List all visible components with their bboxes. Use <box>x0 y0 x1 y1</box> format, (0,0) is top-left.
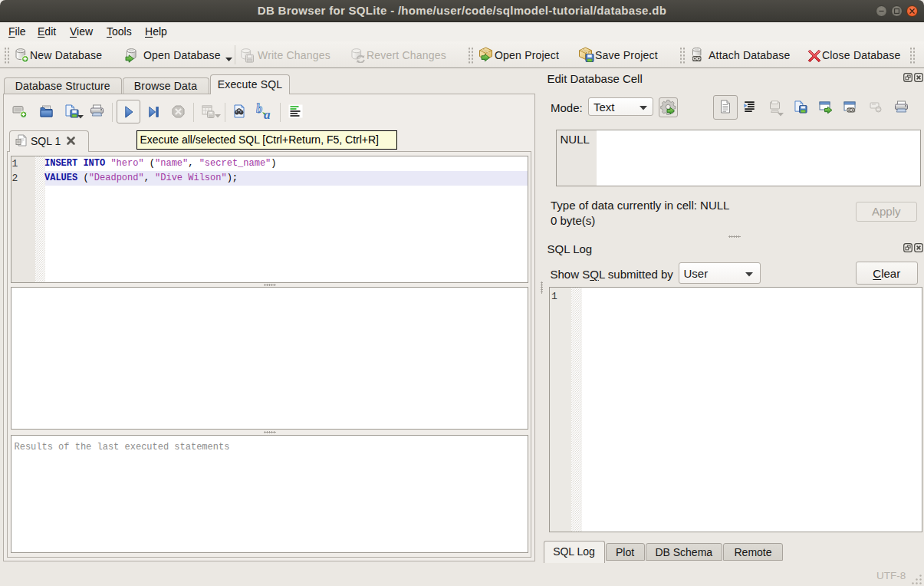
svg-text:a: a <box>264 107 271 120</box>
svg-text:b: b <box>256 103 262 115</box>
